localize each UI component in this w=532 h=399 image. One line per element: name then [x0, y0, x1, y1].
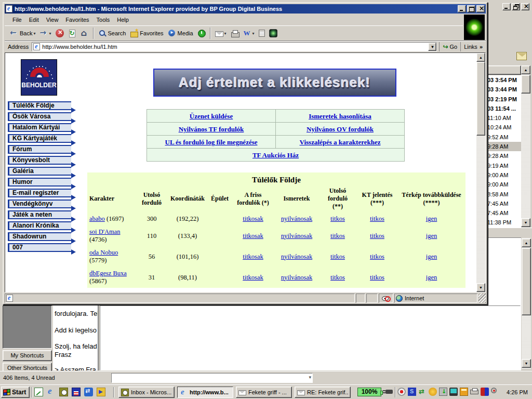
message-list-item[interactable]: 9:28 AM [486, 151, 521, 161]
sidebar-item[interactable]: 007 [8, 243, 71, 252]
ie-minimize-button[interactable] [458, 5, 466, 12]
quick-link[interactable]: TF Aukciós Ház [252, 151, 299, 159]
toolbar-favorites-button[interactable]: Favorites [128, 27, 165, 39]
last-turn-link[interactable]: titkos [330, 232, 345, 240]
message-list-item[interactable]: 9:00 AM [486, 180, 521, 189]
knowledge-link[interactable]: nyilvánosak [281, 232, 312, 240]
sidebar-item[interactable]: Könyvesbolt [8, 156, 71, 165]
message-list-item[interactable]: 03 3:54 PM [486, 75, 521, 85]
start-button[interactable]: Start [1, 387, 30, 398]
quick-link[interactable]: UL és forduló log file megnézése [165, 138, 258, 146]
message-list-item[interactable]: 03 2:19 PM [486, 95, 521, 104]
resize-grip[interactable] [478, 294, 486, 303]
taskbar-button[interactable]: Inbox - Micros... [118, 387, 175, 398]
compose-icon[interactable] [34, 388, 43, 396]
agent-tray-icon[interactable] [429, 388, 437, 396]
quick-link[interactable]: Nyilvános TF fordulók [179, 125, 244, 133]
taskbar-button[interactable]: RE: Fekete grif... [295, 387, 351, 398]
my-shortcuts-button[interactable]: My Shortcuts [3, 350, 52, 361]
quick-link[interactable]: Nyilvános OV fordulók [307, 125, 374, 133]
sidebar-item[interactable]: Túlélők Földje [8, 101, 71, 110]
sidebar-item[interactable]: E-mail regiszter [8, 189, 71, 197]
window-tray-icon[interactable] [460, 388, 468, 396]
banner-image[interactable]: Adj értelmet a klikkelésnek! [153, 69, 396, 97]
printer-tray-icon[interactable] [470, 390, 478, 394]
quick-link[interactable]: Ismeretek hasonlítása [309, 112, 371, 120]
map-forward-link[interactable]: igen [426, 274, 437, 281]
kt-report-link[interactable]: titkos [370, 232, 384, 240]
sidebar-item[interactable]: Galéria [8, 167, 71, 176]
message-list-item[interactable]: 9:19 AM [486, 161, 521, 170]
last-turn-link[interactable]: titkos [330, 274, 345, 281]
knowledge-link[interactable]: nyilvánosak [281, 253, 312, 260]
scroll-down-icon[interactable]: ▼ [521, 218, 530, 227]
ie-close-button[interactable] [476, 5, 485, 12]
transfer-tray-icon[interactable] [418, 388, 427, 396]
knowledge-link[interactable]: nyilvánosak [281, 274, 312, 281]
message-list-scroll-thumb[interactable] [521, 75, 530, 94]
fresh-turns-link[interactable]: titkosak [243, 215, 263, 222]
outlook-close-button[interactable] [521, 3, 529, 10]
media-player-icon[interactable] [97, 388, 105, 396]
sidebar-item[interactable]: Alanori Krónika [8, 221, 71, 230]
kt-report-link[interactable]: titkos [370, 274, 384, 281]
toolbar-mail-button[interactable]: ▾ [213, 27, 229, 39]
toolbar-media-button[interactable]: Media [166, 27, 195, 39]
map-forward-link[interactable]: igen [426, 253, 437, 260]
message-list-item[interactable]: 10:24 AM [486, 123, 521, 132]
network-tray-icon[interactable] [439, 388, 447, 396]
map-forward-link[interactable]: igen [426, 232, 437, 240]
fresh-turns-link[interactable]: titkosak [243, 253, 263, 260]
toolbar-stop-button[interactable] [54, 27, 66, 39]
ie-icon[interactable] [47, 388, 56, 396]
toolbar-print-button[interactable] [229, 27, 241, 39]
toolbar-history-button[interactable] [195, 27, 208, 39]
security-tray-icon[interactable] [481, 388, 489, 396]
pinwheel-tray-icon[interactable] [397, 388, 406, 396]
toolbar-search-button[interactable]: Search [96, 27, 128, 39]
quick-link[interactable]: Üzenet küldése [190, 112, 233, 120]
sidebar-item[interactable]: Ősök Városa [8, 112, 71, 121]
scroll-up-icon[interactable]: ▲ [521, 65, 530, 74]
message-list-item[interactable]: 7:45 AM [486, 199, 521, 208]
message-list-item[interactable]: 8:58 AM [486, 190, 521, 199]
outlook-minimize-button[interactable] [502, 3, 511, 10]
menu-file[interactable]: File [9, 16, 25, 24]
message-list-item[interactable]: 9:52 AM [486, 132, 521, 142]
map-forward-link[interactable]: igen [426, 215, 437, 222]
links-bar[interactable]: Links » [460, 42, 486, 51]
message-list-item[interactable]: 9:28 AM [486, 142, 521, 151]
go-button[interactable]: ↪ Go [439, 42, 460, 51]
last-turn-link[interactable]: titkos [330, 253, 345, 260]
taskbar-button[interactable]: http://www.b... [177, 387, 233, 398]
message-list-item[interactable]: 11:38 PM [486, 218, 521, 227]
knowledge-link[interactable]: nyilvánosak [281, 215, 312, 222]
quick-link[interactable]: Visszalépés a karakterekhez [300, 138, 381, 146]
character-link[interactable]: ababo [89, 215, 105, 222]
message-list[interactable]: 03 3:54 PM03 3:44 PM03 2:19 PM03 11:54 .… [486, 75, 521, 228]
address-dropdown-icon[interactable]: ▼ [428, 43, 436, 51]
beholder-logo[interactable]: BEHOLDER [21, 59, 57, 96]
send-receive-icon[interactable] [516, 52, 527, 60]
message-list-item[interactable]: 9:00 AM [486, 170, 521, 180]
ie-maximize-button[interactable] [467, 5, 475, 12]
privacy-report-pane[interactable] [379, 294, 393, 303]
menu-help[interactable]: Help [113, 16, 132, 24]
toolbar-custom-dark-button[interactable] [267, 27, 280, 39]
sidebar-item[interactable]: Játék a neten [8, 210, 71, 219]
page-scrollbar[interactable]: ▲ ▼ [476, 53, 485, 292]
scroll-down-icon[interactable]: ▼ [476, 283, 485, 292]
sidebar-item[interactable]: Shadowrun [8, 232, 71, 241]
menu-favorites[interactable]: Favorites [62, 16, 92, 24]
last-turn-link[interactable]: titkos [330, 215, 345, 222]
message-list-item[interactable]: 03 3:44 PM [486, 85, 521, 94]
sidebar-item[interactable]: Fórum [8, 145, 71, 154]
message-list-column-header[interactable] [486, 65, 521, 75]
sendrecv-icon[interactable] [84, 388, 93, 396]
display-tray-icon[interactable] [449, 388, 458, 396]
sidebar-item[interactable]: Vendégkönyv [8, 200, 71, 208]
reading-pane-scroll-thumb[interactable] [522, 248, 531, 315]
sidebar-item[interactable]: Humor [8, 178, 71, 187]
character-link[interactable]: soi D'Aman [89, 228, 121, 235]
scroll-thumb[interactable] [476, 62, 485, 136]
